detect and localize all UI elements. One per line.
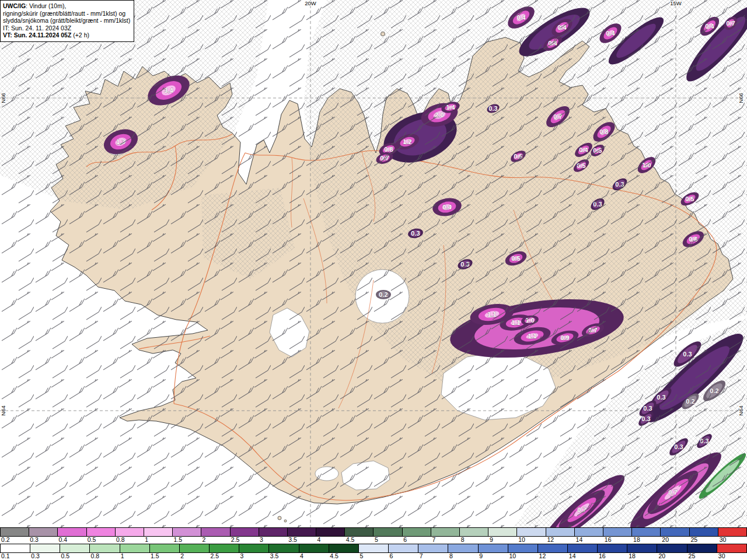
legend-label: 8	[461, 537, 465, 543]
legend-cell	[329, 544, 359, 552]
legend-row-sleet: 0.20.30.40.50.811.522.533.544.5567891012…	[0, 527, 747, 544]
legend-cell	[116, 528, 144, 536]
legend-cell	[359, 544, 389, 552]
legend-cell	[460, 528, 488, 536]
weather-map-stage: 0.40.40.40.40.40.73.41.32.01.40.30.70.81…	[0, 0, 747, 560]
legend-cell	[201, 528, 230, 536]
legend-label: 0.5	[88, 537, 96, 543]
legend-label: 0.2	[1, 537, 10, 543]
legend-label: 1	[121, 553, 124, 559]
legend-cell	[431, 528, 460, 536]
legend-cell	[717, 544, 746, 552]
legend-cell	[568, 544, 598, 552]
legend-cell	[29, 528, 58, 536]
legend-cell	[517, 528, 546, 536]
legend-cell	[632, 528, 661, 536]
legend-cell	[288, 528, 316, 536]
legend-label: 30	[718, 553, 725, 559]
legend-cell	[316, 528, 345, 536]
legend-label: 0.3	[30, 537, 39, 543]
legend-label: 1.5	[151, 553, 159, 559]
legend-cell	[173, 528, 201, 536]
legend-label: 7	[420, 553, 423, 559]
legend-cell	[210, 544, 239, 552]
legend-cell	[627, 544, 657, 552]
legend-label: 12	[547, 537, 554, 543]
legend-cell	[180, 544, 210, 552]
legend-cell	[657, 544, 687, 552]
legend-label: 20	[658, 553, 665, 559]
legend-sleet-labels: 0.20.30.40.50.811.522.533.544.5567891012…	[0, 537, 747, 544]
legend-cell	[259, 528, 288, 536]
title-line-1: UWC/IG: Vindur (10m),	[3, 2, 130, 10]
meridian-label: 20W	[305, 0, 316, 6]
legend-label: 4.5	[330, 553, 338, 559]
parallel-label: N66	[0, 93, 6, 103]
title-line-4: IT: Sun. 24. 11. 2024 03Z	[3, 24, 130, 32]
legend-label: 3	[260, 537, 263, 543]
legend-cell	[538, 544, 568, 552]
legend-label: 14	[576, 537, 583, 543]
legend-label: 7	[432, 537, 435, 543]
legend-cell	[661, 528, 689, 536]
legend-label: 10	[518, 537, 525, 543]
legend-rain-bar	[0, 544, 747, 553]
legend-cell	[448, 544, 478, 552]
legend-cell	[389, 544, 418, 552]
legend-cell	[598, 544, 627, 552]
legend-cell	[718, 528, 746, 536]
legend-row-rain: 0.10.30.50.811.522.533.544.5567891012141…	[0, 544, 747, 560]
legend-label: 0.4	[58, 537, 67, 543]
title-line-2: rigning/skúrir (grænt/blátt/rautt - mm/1…	[3, 10, 130, 18]
legend-cell	[546, 528, 575, 536]
legend-label: 30	[720, 537, 727, 543]
legend-label: 20	[662, 537, 669, 543]
legend-label: 3	[240, 553, 244, 559]
legend-label: 1.5	[173, 537, 182, 543]
map-area: 0.40.40.40.40.40.73.41.32.01.40.30.70.81…	[0, 0, 747, 527]
legend-label: 3.5	[270, 553, 279, 559]
legend-cell	[60, 544, 90, 552]
legend-cell	[418, 544, 448, 552]
legend: 0.20.30.40.50.811.522.533.544.5567891012…	[0, 527, 747, 560]
legend-cell	[403, 528, 431, 536]
legend-cell	[239, 544, 269, 552]
legend-cell	[30, 544, 60, 552]
legend-label: 25	[691, 537, 698, 543]
legend-rain-labels: 0.10.30.50.811.522.533.544.5567891012141…	[0, 553, 747, 560]
legend-label: 0.1	[1, 553, 10, 559]
legend-label: 2	[180, 553, 184, 559]
legend-label: 3.5	[288, 537, 297, 543]
legend-label: 25	[689, 553, 696, 559]
legend-cell	[58, 528, 86, 536]
title-box: UWC/IG: Vindur (10m), rigning/skúrir (gr…	[0, 0, 134, 42]
parallel-label: N64	[738, 405, 744, 415]
legend-sleet-bar	[0, 527, 747, 537]
legend-cell	[231, 528, 259, 536]
legend-cell	[575, 528, 603, 536]
legend-cell	[269, 544, 299, 552]
legend-cell	[690, 528, 718, 536]
legend-label: 2.5	[210, 553, 219, 559]
legend-cell	[120, 544, 150, 552]
meridian-label: 15W	[670, 0, 682, 6]
title-line-3: slydda/snjókoma (grátt/bleikt/grænt - mm…	[3, 17, 130, 24]
legend-cell	[1, 528, 29, 536]
legend-label: 4	[317, 537, 321, 543]
legend-cell	[1, 544, 30, 552]
legend-cell	[90, 544, 120, 552]
legend-cell	[144, 528, 173, 536]
legend-cell	[508, 544, 538, 552]
legend-cell	[150, 544, 180, 552]
legend-cell	[374, 528, 402, 536]
legend-cell	[345, 528, 374, 536]
legend-cell	[488, 528, 517, 536]
legend-label: 0.8	[116, 537, 125, 543]
legend-label: 18	[633, 537, 640, 543]
legend-label: 12	[539, 553, 546, 559]
legend-label: 16	[599, 553, 606, 559]
legend-label: 0.8	[91, 553, 100, 559]
legend-label: 5	[375, 537, 378, 543]
legend-label: 5	[359, 553, 363, 559]
legend-label: 1	[145, 537, 148, 543]
